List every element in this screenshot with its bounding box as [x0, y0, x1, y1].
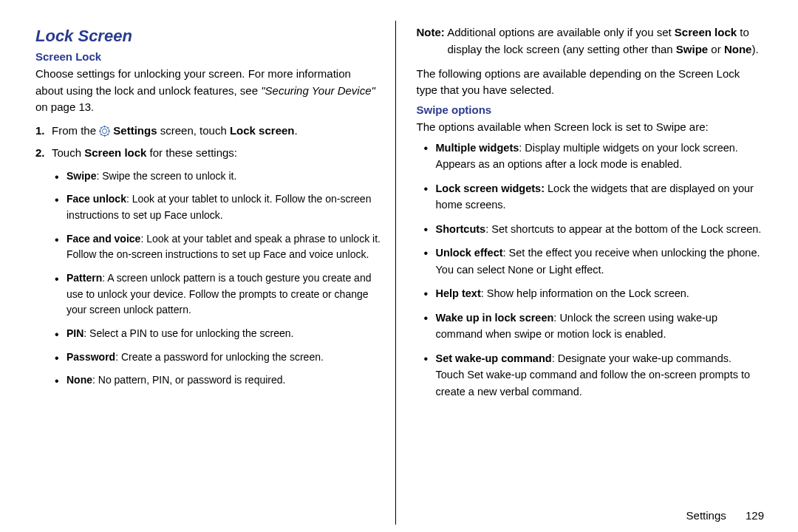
- swipe-options-heading: Swipe options: [417, 103, 763, 116]
- opt-label: Lock screen widgets:: [436, 183, 545, 194]
- step-1: 1.From the Settings screen, touch Lock s…: [52, 120, 382, 142]
- opt-multiple-widgets: Multiple widgets: Display multiple widge…: [427, 140, 763, 173]
- opt-label: Swipe: [66, 170, 96, 182]
- step-text: for these settings:: [146, 146, 237, 159]
- opt-wake-up-in-lock: Wake up in lock screen: Unlock the scree…: [427, 310, 763, 343]
- option-face-unlock: Face unlock: Look at your tablet to unlo…: [58, 191, 382, 223]
- opt-set-wake-up-command: Set wake-up command: Designate your wake…: [427, 350, 763, 400]
- note-label: Note:: [417, 26, 445, 38]
- swipe-intro: The options available when Screen lock i…: [417, 119, 763, 136]
- page-footer: Settings 129: [686, 509, 764, 522]
- left-column: Lock Screen Screen Lock Choose settings …: [35, 21, 395, 525]
- opt-text: : Select a PIN to use for unlocking the …: [83, 327, 293, 339]
- footer-section: Settings: [686, 509, 726, 522]
- opt-text: : Swipe the screen to unlock it.: [96, 170, 236, 182]
- option-pin: PIN: Select a PIN to use for unlocking t…: [58, 326, 382, 342]
- opt-label: Help text: [436, 287, 481, 299]
- opt-help-text: Help text: Show help information on the …: [427, 285, 763, 301]
- option-face-voice: Face and voice: Look at your tablet and …: [58, 231, 382, 263]
- step-number: 1.: [35, 120, 52, 142]
- opt-label: Multiple widgets: [436, 142, 519, 154]
- step-text: .: [294, 124, 297, 137]
- opt-label: Set wake-up command: [436, 352, 552, 364]
- note-text: Additional options are available only if…: [445, 26, 675, 38]
- right-column: Note: Additional options are available o…: [395, 21, 771, 525]
- opt-label: Face and voice: [66, 233, 140, 245]
- settings-gear-icon: [99, 123, 110, 134]
- step-text-bold: Screen lock: [84, 146, 146, 159]
- svg-point-1: [103, 129, 107, 133]
- body-paragraph: The following options are available depe…: [417, 66, 763, 99]
- note-bold: Swipe: [676, 43, 708, 55]
- opt-unlock-effect: Unlock effect: Set the effect you receiv…: [427, 245, 763, 278]
- option-pattern: Pattern: A screen unlock pattern is a to…: [58, 270, 382, 318]
- opt-label: Unlock effect: [436, 247, 503, 259]
- note-bold: None: [724, 43, 752, 55]
- opt-label: Password: [66, 351, 115, 363]
- step-number: 2.: [35, 143, 52, 164]
- step-text-bold: Lock screen: [230, 124, 295, 137]
- opt-text: : Show help information on the Lock scre…: [481, 287, 689, 299]
- cross-reference: "Securing Your Device": [261, 84, 375, 97]
- option-password: Password: Create a password for unlockin…: [58, 349, 382, 366]
- step-text-bold: Settings: [113, 124, 157, 137]
- opt-text: : A screen unlock pattern is a touch ges…: [66, 272, 371, 316]
- opt-lock-screen-widgets: Lock screen widgets: Lock the widgets th…: [427, 180, 763, 214]
- note-text: or: [708, 43, 724, 55]
- numbered-steps: 1.From the Settings screen, touch Lock s…: [35, 120, 382, 164]
- opt-text: : Set shortcuts to appear at the bottom …: [485, 223, 761, 235]
- opt-label: Face unlock: [66, 193, 126, 205]
- opt-shortcuts: Shortcuts: Set shortcuts to appear at th…: [427, 221, 763, 237]
- step-text: Touch: [52, 146, 84, 159]
- opt-label: Wake up in lock screen: [436, 312, 554, 324]
- section-title: Lock Screen: [35, 27, 382, 46]
- note-text: ).: [751, 43, 758, 55]
- opt-label: PIN: [66, 327, 83, 339]
- footer-page-number: 129: [746, 509, 764, 522]
- swipe-options-list: Multiple widgets: Display multiple widge…: [417, 140, 763, 400]
- note-paragraph: Note: Additional options are available o…: [417, 24, 763, 58]
- opt-label: None: [66, 374, 92, 386]
- lock-options-list: Swipe: Swipe the screen to unlock it. Fa…: [35, 168, 382, 389]
- step-text: From the: [52, 124, 99, 137]
- subsection-title: Screen Lock: [35, 50, 382, 63]
- intro-paragraph: Choose settings for unlocking your scree…: [35, 66, 382, 116]
- page: Lock Screen Screen Lock Choose settings …: [0, 0, 798, 532]
- note-bold: Screen lock: [675, 26, 737, 38]
- opt-label: Pattern: [66, 272, 102, 284]
- option-none: None: No pattern, PIN, or password is re…: [58, 372, 382, 389]
- step-text: screen, touch: [157, 124, 230, 137]
- option-swipe: Swipe: Swipe the screen to unlock it.: [58, 168, 382, 185]
- intro-text-part: on page 13.: [35, 100, 94, 113]
- opt-label: Shortcuts: [436, 223, 486, 235]
- opt-text: : Create a password for unlocking the sc…: [115, 351, 324, 363]
- step-2: 2.Touch Screen lock for these settings:: [52, 143, 382, 164]
- opt-text: : No pattern, PIN, or password is requir…: [92, 374, 285, 386]
